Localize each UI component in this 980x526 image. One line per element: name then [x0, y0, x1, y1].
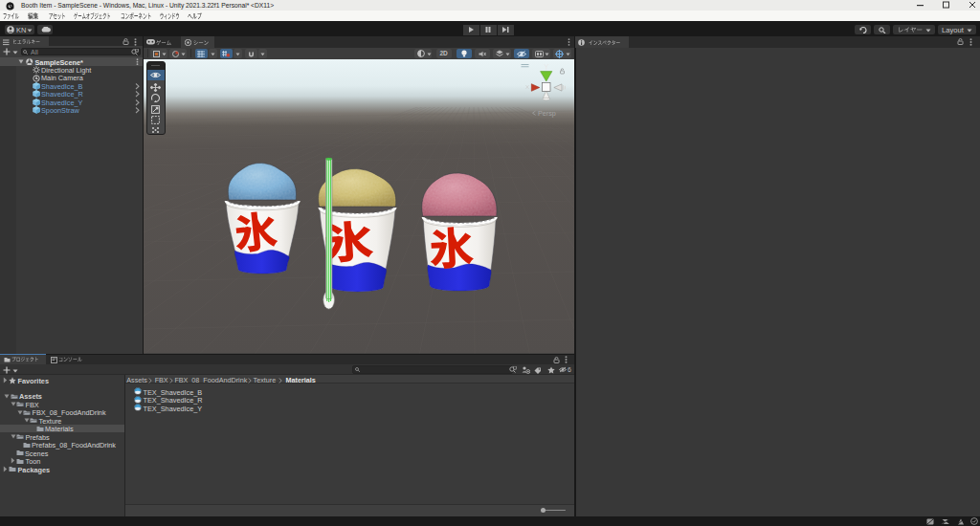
svg-text:Persp: Persp — [538, 109, 556, 118]
